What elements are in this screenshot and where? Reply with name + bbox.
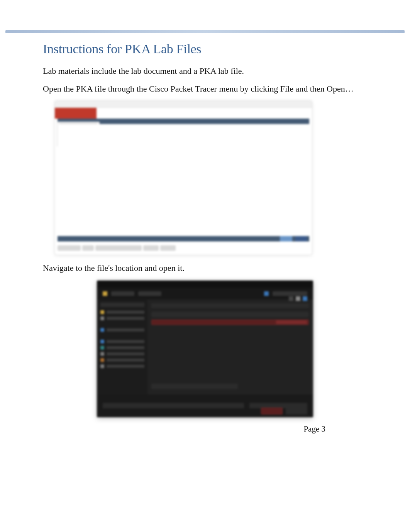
file-row-selected xyxy=(151,320,309,325)
sidebar-header xyxy=(100,303,144,307)
sidebar-item xyxy=(100,328,144,332)
open-button xyxy=(261,408,283,415)
filename-field xyxy=(103,403,244,408)
sidebar-item xyxy=(100,364,144,368)
breadcrumb xyxy=(111,291,134,296)
view-icon xyxy=(264,291,269,296)
sidebar-item xyxy=(100,310,144,314)
page-title: Instructions for PKA Lab Files xyxy=(43,42,367,56)
open-file-dialog-figure xyxy=(97,280,313,417)
document-content: Instructions for PKA Lab Files Lab mater… xyxy=(43,42,367,425)
sidebar-item xyxy=(100,352,144,356)
menu-file-label: File xyxy=(280,84,293,93)
sidebar-item xyxy=(100,316,144,320)
dialog-sidebar xyxy=(97,299,147,394)
sidebar-item xyxy=(100,358,144,362)
app-top-bar xyxy=(55,108,312,119)
file-row xyxy=(151,312,309,317)
search-field xyxy=(273,291,307,296)
sidebar-item xyxy=(100,346,144,350)
header-divider xyxy=(5,30,405,33)
filename-display xyxy=(151,384,238,389)
simulation-toggle xyxy=(295,236,307,241)
file-row xyxy=(151,327,309,333)
menubar-area xyxy=(97,108,312,119)
realtime-toggle xyxy=(280,236,292,241)
sidebar-item xyxy=(100,340,144,343)
nav-back-icon xyxy=(103,291,107,296)
workspace-canvas xyxy=(58,124,309,231)
bottom-toolbar xyxy=(58,236,309,241)
packet-tracer-window-figure xyxy=(54,100,312,255)
open-file-text-a: Open the PKA file through the Cisco Pack… xyxy=(43,84,278,93)
dialog-body xyxy=(97,299,313,394)
app-titlebar xyxy=(55,101,312,108)
dialog-buttons xyxy=(261,408,307,415)
cisco-logo xyxy=(55,108,97,119)
file-list-area xyxy=(147,299,313,394)
dialog-toolbar xyxy=(97,288,313,299)
intro-paragraph: Lab materials include the lab document a… xyxy=(43,65,367,77)
column-headers xyxy=(151,303,309,308)
breadcrumb xyxy=(138,291,161,296)
open-file-paragraph: Open the PKA file through the Cisco Pack… xyxy=(43,83,367,95)
dialog-titlebar xyxy=(97,281,313,288)
device-palette xyxy=(58,244,309,252)
navigate-paragraph: Navigate to the file's location and open… xyxy=(43,262,367,274)
page-number: Page 3 xyxy=(303,424,325,434)
open-file-text-c: and then Open… xyxy=(295,84,353,93)
cancel-button xyxy=(286,408,307,415)
